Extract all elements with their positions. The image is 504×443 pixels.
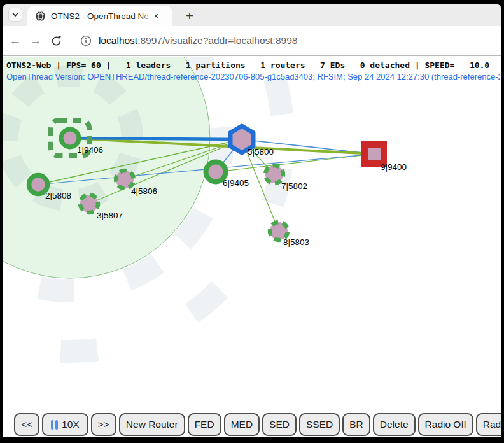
navigation-bar: ← → localhost:8997/visualize?addr=localh…	[3, 26, 501, 56]
status-bar: OTNS2-Web | FPS= 60 | 1 leaders 1 partit…	[6, 60, 489, 70]
back-button[interactable]: ←	[7, 34, 24, 48]
node-label: 5|5800	[248, 147, 274, 157]
node-label: 9|9400	[381, 162, 407, 172]
address-bar[interactable]: localhost:8997/visualize?addr=localhost:…	[99, 35, 297, 46]
tab-search-button[interactable]	[8, 8, 22, 22]
forward-button[interactable]: →	[27, 34, 44, 48]
browser-chrome: OTNS2 - OpenThread Ne × + ← →	[3, 4, 501, 437]
delete-button[interactable]: Delete	[373, 413, 416, 436]
node-5[interactable]: 5|5800	[230, 126, 274, 157]
node-9[interactable]: 9|9400	[365, 144, 407, 172]
node-label: 4|5806	[131, 186, 157, 196]
speed-label: 10X	[62, 419, 80, 430]
browser-window: OTNS2 - OpenThread Ne × + ← →	[0, 0, 504, 443]
node-8[interactable]: 8|5803	[269, 222, 309, 247]
tab-strip: OTNS2 - OpenThread Ne × +	[3, 4, 501, 26]
node-label: 7|5802	[281, 181, 307, 191]
node-label: 8|5803	[283, 237, 309, 247]
tab-otns2[interactable]: OTNS2 - OpenThread Ne ×	[27, 6, 172, 26]
action-toolbar: << 10X >> New Router FED MED SED SSED BR…	[3, 413, 501, 437]
site-info-button[interactable]	[78, 35, 94, 46]
chevron-down-icon	[11, 11, 19, 18]
reload-button[interactable]	[48, 35, 64, 47]
info-icon	[80, 35, 92, 46]
tab-title-fade	[138, 8, 155, 24]
new-router-button[interactable]: New Router	[119, 413, 185, 436]
radio-off-button[interactable]: Radio Off	[418, 413, 473, 436]
node-label: 1|9406	[77, 145, 103, 155]
pause-speed-button[interactable]: 10X	[42, 413, 88, 436]
ssed-button[interactable]: SSED	[299, 413, 340, 436]
speed-down-button[interactable]: <<	[14, 413, 39, 436]
node-label: 2|5808	[45, 191, 71, 200]
url-path: :8997/visualize?addr=localhost:8998	[137, 35, 297, 46]
med-button[interactable]: MED	[224, 413, 260, 436]
speed-up-button[interactable]: >>	[91, 413, 116, 436]
openthread-version-line: OpenThread Version: OPENTHREAD/thread-re…	[6, 72, 500, 81]
sed-button[interactable]: SED	[262, 413, 297, 436]
br-button[interactable]: BR	[342, 413, 370, 436]
pause-icon	[51, 420, 58, 430]
node-label: 6|9405	[223, 178, 249, 188]
reload-icon	[50, 35, 62, 47]
tab-title: OTNS2 - OpenThread Ne	[51, 11, 151, 21]
fed-button[interactable]: FED	[188, 413, 221, 436]
node-label: 3|5807	[97, 211, 123, 220]
link-6-9	[216, 154, 374, 172]
new-tab-button[interactable]: +	[181, 8, 198, 24]
link-1-5	[70, 138, 242, 139]
topology-canvas[interactable]: 1|9406 2|5808 3|5807 4|5806 5|5800	[3, 57, 501, 437]
globe-favicon-icon	[35, 11, 46, 22]
url-host: localhost	[99, 35, 137, 46]
radio-on-button[interactable]: Radio On	[476, 413, 501, 436]
